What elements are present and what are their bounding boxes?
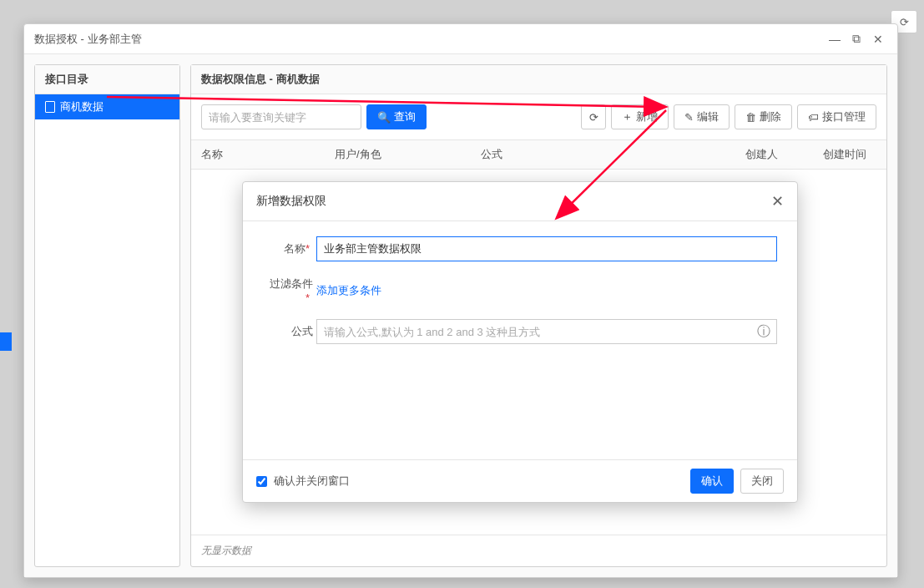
required-indicator: * — [305, 291, 310, 304]
delete-label: 删除 — [760, 109, 781, 124]
delete-button[interactable]: 🗑 删除 — [735, 104, 792, 129]
formula-input[interactable] — [316, 319, 777, 344]
title-bar: 数据授权 - 业务部主管 — ⧉ ✕ — [24, 24, 897, 54]
file-icon — [45, 101, 55, 113]
search-button[interactable]: 🔍 查询 — [366, 104, 427, 129]
sidebar: 接口目录 商机数据 — [34, 64, 180, 567]
sidebar-item-commerce-data[interactable]: 商机数据 — [35, 94, 179, 119]
form-row-filter: 过滤条件* 添加更多条件 — [263, 276, 777, 304]
refresh-list-button[interactable]: ⟳ — [581, 104, 606, 129]
col-user: 用户/角色 — [325, 147, 471, 162]
refresh-icon: ⟳ — [589, 111, 598, 124]
info-icon[interactable]: ⓘ — [757, 323, 770, 341]
add-permission-dialog: 新增数据权限 ✕ 名称* 过滤条件* 添加更多条件 公式 ⓘ 确认并关 — [242, 181, 798, 503]
add-label: 新增 — [636, 109, 658, 124]
content-header: 数据权限信息 - 商机数据 — [191, 65, 886, 94]
edit-label: 编辑 — [697, 109, 719, 124]
col-creator: 创建人 — [720, 147, 803, 162]
maximize-icon[interactable]: ⧉ — [847, 30, 866, 48]
dialog-title-bar: 新增数据权限 ✕ — [243, 182, 797, 221]
search-input[interactable] — [201, 104, 361, 129]
sidebar-header: 接口目录 — [35, 65, 179, 94]
api-mgmt-button[interactable]: 🏷 接口管理 — [797, 104, 876, 129]
empty-text: 无显示数据 — [191, 535, 886, 566]
confirm-close-checkbox[interactable] — [256, 476, 267, 487]
add-condition-link[interactable]: 添加更多条件 — [316, 283, 381, 298]
edit-button[interactable]: ✎ 编辑 — [674, 104, 730, 129]
minimize-icon[interactable]: — — [826, 30, 844, 48]
plus-icon: ＋ — [622, 109, 633, 124]
search-label: 查询 — [394, 109, 416, 124]
form-row-formula: 公式 ⓘ — [263, 319, 777, 344]
col-formula: 公式 — [471, 147, 720, 162]
trash-icon: 🗑 — [745, 111, 756, 124]
formula-label: 公式 — [263, 324, 316, 339]
dialog-body: 名称* 过滤条件* 添加更多条件 公式 ⓘ — [243, 221, 797, 459]
required-indicator: * — [305, 242, 310, 255]
confirm-close-label: 确认并关闭窗口 — [274, 474, 350, 489]
api-label: 接口管理 — [822, 109, 866, 124]
ok-button[interactable]: 确认 — [690, 469, 734, 494]
cancel-button[interactable]: 关闭 — [740, 469, 784, 494]
dialog-close-icon[interactable]: ✕ — [771, 192, 784, 210]
refresh-icon: ⟳ — [900, 16, 909, 28]
search-icon: 🔍 — [377, 111, 391, 124]
filter-label: 过滤条件* — [263, 276, 316, 304]
name-label: 名称* — [263, 241, 316, 256]
col-time: 创建时间 — [803, 147, 886, 162]
sidebar-item-label: 商机数据 — [60, 99, 104, 114]
toolbar: 🔍 查询 ⟳ ＋ 新增 ✎ 编辑 🗑 删除 — [191, 94, 886, 139]
add-button[interactable]: ＋ 新增 — [611, 104, 669, 129]
sidebar-indicator — [0, 332, 12, 351]
col-name: 名称 — [191, 147, 325, 162]
table-header: 名称 用户/角色 公式 创建人 创建时间 — [191, 139, 886, 170]
dialog-title: 新增数据权限 — [256, 194, 771, 209]
edit-icon: ✎ — [684, 111, 694, 124]
window-title: 数据授权 - 业务部主管 — [34, 32, 822, 47]
close-icon[interactable]: ✕ — [869, 30, 887, 48]
form-row-name: 名称* — [263, 236, 777, 261]
dialog-footer: 确认并关闭窗口 确认 关闭 — [243, 459, 797, 502]
name-input[interactable] — [316, 236, 777, 261]
tag-icon: 🏷 — [808, 111, 819, 124]
